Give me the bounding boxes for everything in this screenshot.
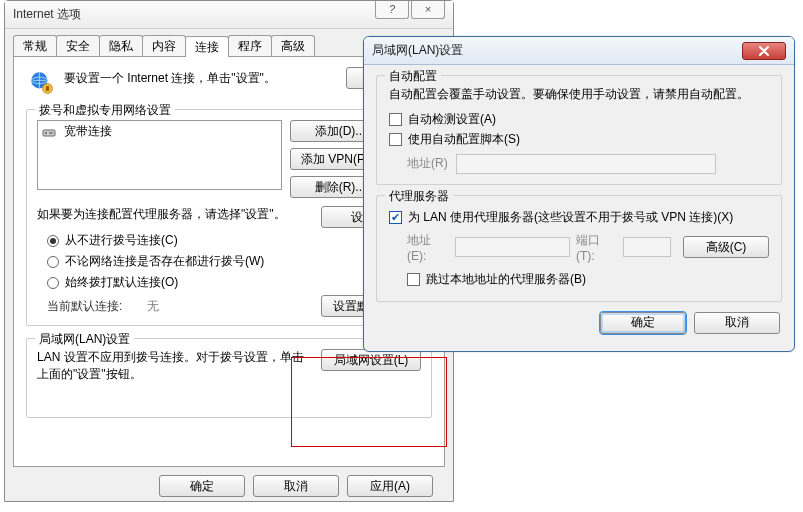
- lan-ok-button[interactable]: 确定: [600, 312, 686, 334]
- cancel-button[interactable]: 取消: [253, 475, 339, 497]
- bypass-local-row[interactable]: 跳过本地地址的代理服务器(B): [407, 271, 769, 288]
- ok-button[interactable]: 确定: [159, 475, 245, 497]
- auto-script-row[interactable]: 使用自动配置脚本(S): [389, 131, 769, 148]
- tab-privacy[interactable]: 隐私: [99, 35, 143, 56]
- tab-security[interactable]: 安全: [56, 35, 100, 56]
- lan-legend: 局域网(LAN)设置: [35, 331, 134, 348]
- radio-always[interactable]: [47, 277, 59, 289]
- use-proxy-label: 为 LAN 使用代理服务器(这些设置不用于拨号或 VPN 连接)(X): [408, 209, 733, 226]
- dialup-list[interactable]: 宽带连接: [37, 120, 282, 190]
- proxy-address-label: 地址(E):: [407, 232, 449, 263]
- use-proxy-checkbox[interactable]: [389, 211, 402, 224]
- svg-rect-3: [46, 86, 49, 91]
- radio-when-label: 不论网络连接是否存在都进行拨号(W): [65, 253, 264, 270]
- bypass-local-label: 跳过本地地址的代理服务器(B): [426, 271, 586, 288]
- radio-never[interactable]: [47, 235, 59, 247]
- default-label: 当前默认连接:: [47, 298, 147, 315]
- lan-settings-button[interactable]: 局域网设置(L): [321, 349, 421, 371]
- lan-cancel-button[interactable]: 取消: [694, 312, 780, 334]
- apply-button[interactable]: 应用(A): [347, 475, 433, 497]
- auto-script-label: 使用自动配置脚本(S): [408, 131, 520, 148]
- proxy-advanced-button[interactable]: 高级(C): [683, 236, 769, 258]
- radio-when[interactable]: [47, 256, 59, 268]
- auto-script-checkbox[interactable]: [389, 133, 402, 146]
- script-address-field: [456, 154, 716, 174]
- lan-dialog-buttons: 确定 取消: [364, 312, 794, 348]
- proxy-address-field[interactable]: [455, 237, 570, 257]
- dial-settings-note: 如果要为连接配置代理服务器，请选择"设置"。: [37, 206, 321, 228]
- proxy-port-field[interactable]: [623, 237, 671, 257]
- close-icon: [758, 46, 770, 56]
- dial-item-broadband[interactable]: 宽带连接: [42, 123, 277, 140]
- svg-point-5: [45, 132, 47, 134]
- tab-general[interactable]: 常规: [13, 35, 57, 56]
- dialog-buttons: 确定 取消 应用(A): [13, 467, 445, 505]
- bypass-local-checkbox[interactable]: [407, 273, 420, 286]
- auto-detect-label: 自动检测设置(A): [408, 111, 496, 128]
- setup-description: 要设置一个 Internet 连接，单击"设置"。: [64, 67, 346, 87]
- default-value: 无: [147, 298, 321, 315]
- proxy-group: 代理服务器 为 LAN 使用代理服务器(这些设置不用于拨号或 VPN 连接)(X…: [376, 195, 782, 302]
- auto-detect-row[interactable]: 自动检测设置(A): [389, 111, 769, 128]
- auto-config-note: 自动配置会覆盖手动设置。要确保使用手动设置，请禁用自动配置。: [389, 86, 769, 103]
- dialup-legend: 拨号和虚拟专用网络设置: [35, 102, 175, 119]
- lan-close-button[interactable]: [742, 42, 786, 60]
- dialog-title: Internet 选项: [13, 6, 375, 23]
- help-button[interactable]: ?: [375, 1, 409, 19]
- tab-advanced[interactable]: 高级: [271, 35, 315, 56]
- dial-item-label: 宽带连接: [64, 123, 112, 140]
- lan-body: 自动配置 自动配置会覆盖手动设置。要确保使用手动设置，请禁用自动配置。 自动检测…: [364, 65, 794, 302]
- close-button[interactable]: ×: [411, 1, 445, 19]
- proxy-port-label: 端口(T):: [576, 232, 617, 263]
- titlebar: Internet 选项 ? ×: [5, 1, 453, 29]
- lan-settings-dialog: 局域网(LAN)设置 自动配置 自动配置会覆盖手动设置。要确保使用手动设置，请禁…: [363, 36, 795, 352]
- use-proxy-row[interactable]: 为 LAN 使用代理服务器(这些设置不用于拨号或 VPN 连接)(X): [389, 209, 769, 226]
- auto-config-group: 自动配置 自动配置会覆盖手动设置。要确保使用手动设置，请禁用自动配置。 自动检测…: [376, 75, 782, 185]
- tab-programs[interactable]: 程序: [228, 35, 272, 56]
- svg-rect-6: [49, 132, 53, 134]
- tab-content[interactable]: 内容: [142, 35, 186, 56]
- script-address-label: 地址(R): [407, 155, 448, 172]
- radio-always-label: 始终拨打默认连接(O): [65, 274, 178, 291]
- auto-detect-checkbox[interactable]: [389, 113, 402, 126]
- auto-config-legend: 自动配置: [385, 68, 441, 85]
- tab-connections[interactable]: 连接: [185, 36, 229, 57]
- lan-titlebar: 局域网(LAN)设置: [364, 37, 794, 65]
- modem-icon: [42, 126, 58, 138]
- radio-never-label: 从不进行拨号连接(C): [65, 232, 178, 249]
- lan-dialog-title: 局域网(LAN)设置: [372, 42, 742, 59]
- globe-icon: [26, 67, 56, 97]
- lan-note: LAN 设置不应用到拨号连接。对于拨号设置，单击上面的"设置"按钮。: [37, 349, 311, 384]
- proxy-legend: 代理服务器: [385, 188, 453, 205]
